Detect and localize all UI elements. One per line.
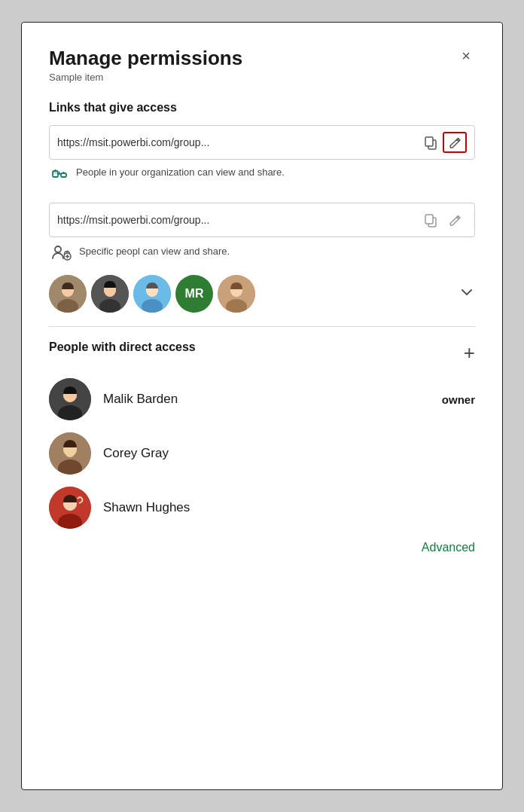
link1-copy-button[interactable] bbox=[419, 132, 443, 153]
link2-copy-button[interactable] bbox=[419, 209, 443, 230]
avatar-mr: MR bbox=[175, 275, 213, 313]
link1-info-text: People in your organization can view and… bbox=[76, 166, 285, 179]
panel-header: Manage permissions Sample item × bbox=[49, 47, 475, 98]
link2-info: Specific peopl can view and share. bbox=[49, 243, 475, 266]
table-row: Corey Gray bbox=[49, 432, 475, 475]
avatar-3 bbox=[133, 275, 171, 313]
table-row: Shawn Hughes bbox=[49, 487, 475, 529]
avatar-2 bbox=[91, 275, 129, 313]
link2-row: https://msit.powerbi.com/group... bbox=[49, 203, 475, 237]
links-section: Links that give access https://msit.powe… bbox=[49, 101, 475, 313]
svg-rect-1 bbox=[425, 137, 433, 146]
advanced-link[interactable]: Advanced bbox=[422, 541, 475, 554]
svg-rect-6 bbox=[425, 215, 433, 224]
advanced-link-container: Advanced bbox=[49, 541, 475, 554]
panel-title: Manage permissions bbox=[49, 47, 242, 70]
close-button[interactable]: × bbox=[457, 47, 475, 65]
table-row: Malik Barden owner bbox=[49, 378, 475, 420]
edit-icon-2 bbox=[447, 212, 462, 227]
direct-access-header: People with direct access + bbox=[49, 340, 475, 365]
link1-url: https://msit.powerbi.com/group... bbox=[57, 136, 419, 148]
copy-icon bbox=[423, 135, 438, 150]
person-name-corey: Corey Gray bbox=[103, 446, 463, 461]
link2-info-text: Specific peopl can view and share. bbox=[79, 243, 230, 258]
direct-access-section: People with direct access + Malik Barden… bbox=[49, 340, 475, 554]
copy-icon-2 bbox=[423, 212, 438, 227]
link1-row: https://msit.powerbi.com/group... bbox=[49, 125, 475, 160]
link1-edit-button[interactable] bbox=[443, 132, 467, 153]
avatar-corey bbox=[49, 432, 91, 475]
section-divider bbox=[49, 326, 475, 327]
avatar-5 bbox=[218, 275, 255, 313]
link2-url: https://msit.powerbi.com/group... bbox=[57, 214, 419, 226]
avatar-1 bbox=[49, 275, 87, 313]
person-role-malik: owner bbox=[442, 393, 475, 406]
edit-icon bbox=[447, 135, 462, 150]
link1-info: People in your organization can view and… bbox=[49, 166, 475, 189]
avatar-shawn bbox=[49, 487, 91, 529]
specific-people-icon bbox=[50, 243, 72, 266]
org-icon bbox=[50, 166, 69, 189]
links-section-title: Links that give access bbox=[49, 101, 475, 114]
chevron-down-icon bbox=[458, 284, 475, 301]
panel-subtitle: Sample item bbox=[49, 72, 242, 83]
svg-point-7 bbox=[55, 246, 61, 252]
svg-point-34 bbox=[66, 453, 74, 457]
avatars-row: MR bbox=[49, 275, 475, 313]
person-name-shawn: Shawn Hughes bbox=[103, 500, 463, 515]
direct-access-title: People with direct access bbox=[49, 340, 196, 354]
avatar-malik bbox=[49, 378, 91, 420]
person-name-malik: Malik Barden bbox=[103, 392, 430, 407]
manage-permissions-panel: Manage permissions Sample item × Links t… bbox=[21, 22, 503, 790]
link2-edit-button[interactable] bbox=[443, 209, 467, 230]
add-person-button[interactable]: + bbox=[464, 343, 475, 362]
expand-avatars-button[interactable] bbox=[458, 284, 475, 304]
